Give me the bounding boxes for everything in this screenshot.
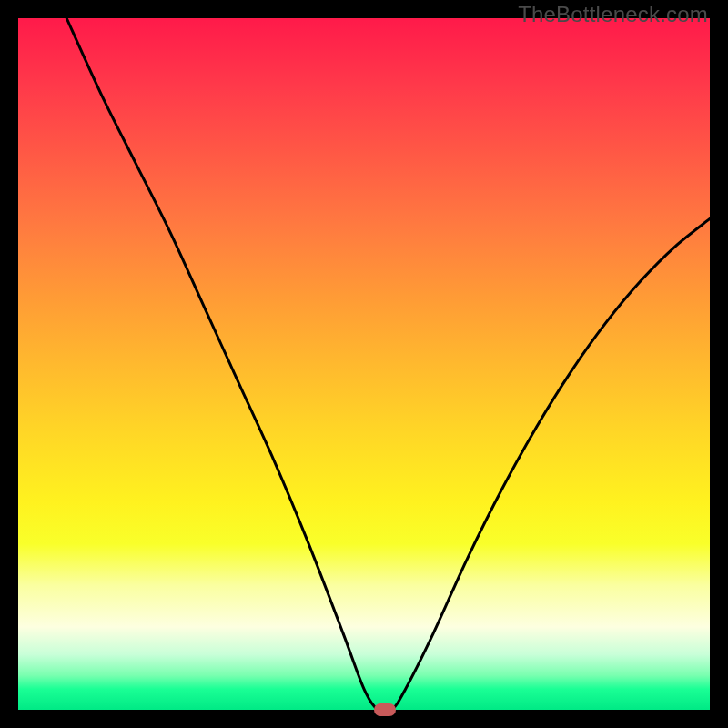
watermark-text: TheBottleneck.com <box>518 2 708 27</box>
chart-frame: TheBottleneck.com <box>0 0 728 728</box>
plot-area <box>18 18 710 710</box>
optimal-marker <box>374 703 396 716</box>
bottleneck-curve <box>18 18 710 710</box>
